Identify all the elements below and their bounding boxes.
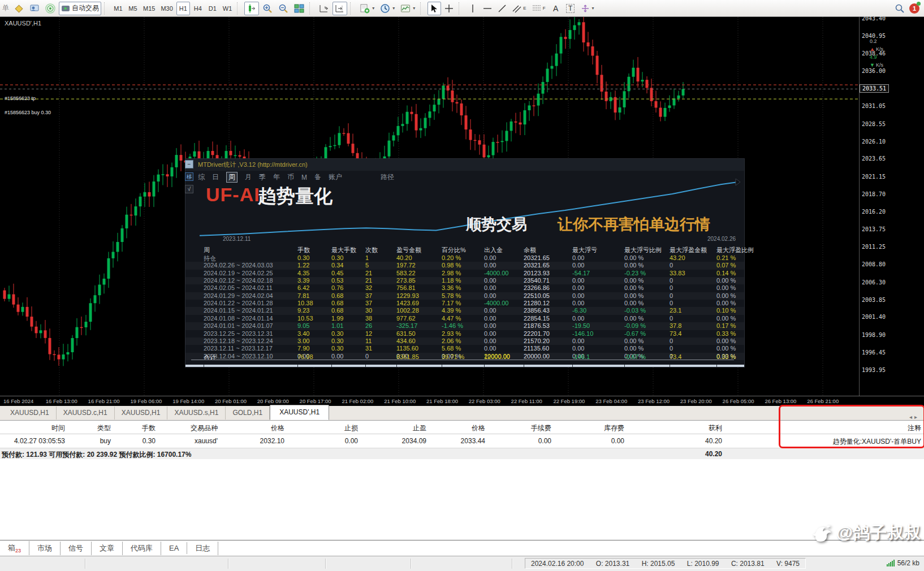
timeframe-m15[interactable]: M15 <box>141 2 157 15</box>
chart-area[interactable]: XAUUSD',H1 2043.402040.952038.462036.002… <box>0 17 924 396</box>
connection-bars-icon <box>887 560 895 566</box>
stats-cell: 756.81 <box>396 284 416 291</box>
time-label: 20 Feb 01:00 <box>215 398 247 404</box>
timeframe-m5[interactable]: M5 <box>126 2 140 15</box>
trade-table-header: 时间类型手数交易品种价格止损止盈价格手续费库存费获利注释 <box>0 421 924 434</box>
profiles-icon[interactable] <box>27 2 42 15</box>
signals-icon[interactable] <box>43 2 58 15</box>
zoom-in-icon[interactable] <box>260 2 275 15</box>
cursor-tool-icon[interactable] <box>428 2 441 15</box>
stats-cell: 0.00 % <box>624 345 644 352</box>
slogan-trend: 顺势交易 <box>466 214 527 235</box>
stats-cell: 0.00 <box>484 277 496 284</box>
text-label-tool-icon[interactable]: T <box>564 2 577 15</box>
toolbox-tab-文章[interactable]: 文章 <box>92 542 123 555</box>
strip-tick <box>396 365 397 367</box>
new-order-icon[interactable] <box>11 2 26 15</box>
fibonacci-tool-icon[interactable]: F <box>530 2 548 15</box>
chart-tab-1[interactable]: XAUUSD.c,H1 <box>57 406 115 419</box>
trendline-tool-icon[interactable] <box>495 2 509 15</box>
trade-col-header[interactable]: 手数 <box>142 423 156 433</box>
panel-minimize-button[interactable]: − <box>185 160 193 168</box>
time-label: 16 Feb 2024 <box>3 398 33 404</box>
stats-cell: 最大手数 <box>331 246 356 254</box>
stats-cell: 0 <box>670 284 673 291</box>
vertical-line-tool-icon[interactable] <box>466 2 480 15</box>
new-chart-button[interactable]: ▾ <box>357 2 377 15</box>
stats-cell: 38 <box>365 315 372 322</box>
auto-scroll-icon[interactable] <box>317 2 331 15</box>
trade-table-row[interactable]: 4.02.27 03:05:53buy0.30xauusd'2032.100.0… <box>0 434 924 448</box>
timeframe-m1[interactable]: M1 <box>111 2 125 15</box>
auto-trading-button[interactable]: 自动交易 <box>59 2 101 15</box>
strip-tick <box>484 365 485 367</box>
stats-cell: 0.00 <box>484 338 496 344</box>
trade-col-header[interactable]: 价格 <box>271 423 284 433</box>
stats-row: 2023.12.18 ~ 2023.12.243.000.3011434.602… <box>185 338 744 345</box>
panel-title[interactable]: MTDriver统计 ,V3.12 (http://mtdriver.cn) <box>185 159 744 171</box>
panel-move-button[interactable]: 移 <box>185 172 193 181</box>
order-tp-label[interactable]: #15856623 tp <box>5 96 36 101</box>
text-tool-icon[interactable]: A <box>549 2 563 15</box>
toolbox-tab-信号[interactable]: 信号 <box>61 542 92 555</box>
stats-cell: 10.38 <box>297 300 313 306</box>
trade-col-header[interactable]: 库存费 <box>604 423 624 433</box>
stats-cell: 33.83 <box>670 270 685 276</box>
stats-cell: 0.00 <box>572 315 584 322</box>
trade-col-header[interactable]: 获利 <box>709 423 722 433</box>
trade-cell: 0.00 <box>611 437 624 445</box>
stats-row: 2024.01.15 ~ 2024.01.219.230.68301002.28… <box>185 307 744 314</box>
stats-cell: 26 <box>365 322 372 329</box>
price-label: 2016.20 <box>862 209 886 215</box>
zoom-out-icon[interactable] <box>276 2 291 15</box>
search-icon[interactable] <box>895 3 905 14</box>
toolbox-tab-EA[interactable]: EA <box>161 542 187 554</box>
toolbox-tab-mailbox[interactable]: 箱23 <box>0 541 29 555</box>
trade-col-header[interactable]: 手续费 <box>531 423 551 433</box>
stats-cell: 1135.60 <box>396 345 418 352</box>
trade-col-header[interactable]: 类型 <box>97 423 111 433</box>
indicators-button[interactable]: ▾ <box>398 2 417 15</box>
time-label: 19 Feb 06:00 <box>130 398 162 404</box>
trade-col-header[interactable]: 止盈 <box>413 423 426 433</box>
chart-tab-3[interactable]: XAUUSD.s,H1 <box>167 406 226 419</box>
tab-scroll-arrows[interactable]: ◂▸ <box>909 414 924 420</box>
trade-col-header[interactable]: 交易品种 <box>191 423 218 433</box>
trade-col-header[interactable]: 止损 <box>344 423 358 433</box>
chart-shift-icon[interactable] <box>244 2 259 15</box>
timeframe-h1[interactable]: H1 <box>176 2 190 15</box>
price-label: 2003.85 <box>862 297 886 303</box>
curve-start-date: 2023.12.11 <box>223 236 251 242</box>
toolbox-tab-日志[interactable]: 日志 <box>187 542 218 555</box>
horizontal-line-tool-icon[interactable] <box>481 2 494 15</box>
timeframe-m30[interactable]: M30 <box>158 2 175 15</box>
notification-badge[interactable]: 1 <box>909 3 919 14</box>
toolbox-tab-市场[interactable]: 市场 <box>29 542 61 555</box>
chart-tab-0[interactable]: XAUUSD,H1 <box>3 406 57 419</box>
time-axis[interactable]: 16 Feb 202416 Feb 13:0016 Feb 21:0019 Fe… <box>0 396 924 406</box>
chart-tab-4[interactable]: GOLD,H1 <box>226 406 270 419</box>
trade-col-header[interactable]: 注释 <box>908 423 921 433</box>
panel-check-button[interactable]: √ <box>185 185 193 193</box>
period-button[interactable]: ▾ <box>378 2 397 15</box>
stats-cell: 1.01 <box>331 322 343 329</box>
mtdriver-stats-panel[interactable]: MTDriver统计 ,V3.12 (http://mtdriver.cn) −… <box>185 158 745 367</box>
chart-shift-toggle-icon[interactable] <box>333 2 347 15</box>
trade-col-header[interactable]: 价格 <box>472 423 485 433</box>
chart-tab-5[interactable]: XAUUSD',H1 <box>270 405 329 420</box>
equidistant-channel-tool-icon[interactable]: E <box>510 2 528 15</box>
timeframe-d1[interactable]: D1 <box>206 2 219 15</box>
stats-cell: 0.00 <box>572 338 584 344</box>
timeframe-h4[interactable]: H4 <box>191 2 205 15</box>
trade-col-header[interactable]: 时间 <box>51 423 65 433</box>
timeframe-w1[interactable]: W1 <box>221 2 235 15</box>
chart-tab-2[interactable]: XAUUSD,H1 <box>115 406 168 419</box>
toolbox-tab-代码库[interactable]: 代码库 <box>123 542 161 555</box>
stats-cell: 0 <box>670 262 673 269</box>
crosshair-tool-icon[interactable] <box>442 2 456 15</box>
time-label: 22 Feb 19:00 <box>553 398 585 404</box>
tile-windows-icon[interactable] <box>292 2 306 15</box>
stats-cell: 23540.71 <box>524 277 550 284</box>
arrows-tool-icon[interactable]: ▾ <box>578 2 597 15</box>
order-buy-label[interactable]: #15856623 buy 0.30 <box>5 110 51 115</box>
